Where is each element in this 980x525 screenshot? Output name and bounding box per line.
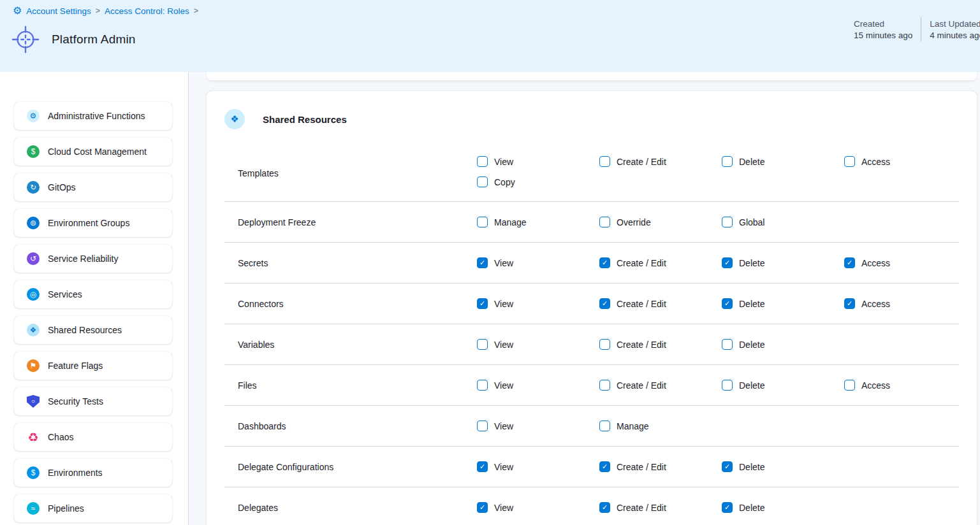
- checkbox-box: ✓: [477, 298, 488, 309]
- check-icon: ✓: [479, 463, 485, 470]
- sidebar-item-feature-flags[interactable]: ⚑ Feature Flags: [14, 352, 172, 380]
- checkbox-box: ✓: [477, 502, 488, 513]
- permission-cell: ✓ Delete: [722, 298, 844, 309]
- permission-cell: ✓ View: [477, 461, 599, 472]
- breadcrumb-link-account-settings[interactable]: Account Settings: [26, 6, 91, 16]
- checkbox-delegates-create-edit[interactable]: ✓ Create / Edit: [599, 502, 722, 513]
- shared-resources-card: ❖ Shared Resources Templates ✓ View ✓ Co…: [207, 91, 977, 525]
- checkbox-connectors-delete[interactable]: ✓ Delete: [722, 298, 844, 309]
- checkbox-box: ✓: [477, 339, 488, 350]
- checkbox-box: ✓: [599, 380, 610, 391]
- check-icon: ✓: [724, 259, 730, 266]
- permission-label: View: [494, 380, 513, 391]
- previous-section-card-bottom: [207, 72, 977, 80]
- checkbox-templates-copy[interactable]: ✓ Copy: [477, 176, 599, 187]
- resource-name: Connectors: [238, 299, 477, 309]
- service-reliability-icon: ↺: [27, 252, 40, 265]
- permission-cell: ✓ Delete: [722, 257, 844, 268]
- permission-cell: ✓ Delete: [722, 339, 844, 350]
- checkbox-box: ✓: [599, 156, 610, 167]
- checkbox-box: ✓: [844, 156, 855, 167]
- checkbox-templates-delete[interactable]: ✓ Delete: [722, 156, 844, 167]
- cloud-cost-management-icon: $: [27, 145, 40, 158]
- checkbox-box: ✓: [722, 156, 733, 167]
- checkbox-variables-create-edit[interactable]: ✓ Create / Edit: [599, 339, 722, 350]
- checkbox-files-create-edit[interactable]: ✓ Create / Edit: [599, 380, 722, 391]
- checkbox-box: ✓: [477, 217, 488, 227]
- checkbox-templates-access[interactable]: ✓ Access: [844, 156, 959, 167]
- checkbox-variables-view[interactable]: ✓ View: [477, 339, 599, 350]
- created-label: Created: [854, 19, 912, 29]
- permission-cell: ✓ View: [477, 257, 599, 268]
- checkbox-delegate-configurations-delete[interactable]: ✓ Delete: [722, 461, 844, 472]
- checkbox-delegate-configurations-create-edit[interactable]: ✓ Create / Edit: [599, 461, 722, 472]
- checkbox-connectors-create-edit[interactable]: ✓ Create / Edit: [599, 298, 722, 309]
- permission-row-delegate-configurations: Delegate Configurations ✓ View ✓ Create …: [224, 447, 959, 487]
- checkbox-delegates-view[interactable]: ✓ View: [477, 502, 599, 513]
- checkbox-deployment-freeze-global[interactable]: ✓ Global: [722, 217, 844, 227]
- checkbox-secrets-view[interactable]: ✓ View: [477, 257, 599, 268]
- checkbox-variables-delete[interactable]: ✓ Delete: [722, 339, 844, 350]
- checkbox-secrets-create-edit[interactable]: ✓ Create / Edit: [599, 257, 722, 268]
- permission-cell: ✓ View: [477, 339, 599, 350]
- checkbox-files-view[interactable]: ✓ View: [477, 380, 599, 391]
- services-icon: ◎: [27, 288, 40, 301]
- breadcrumb-separator: >: [194, 6, 198, 15]
- sidebar-item-administrative-functions[interactable]: ⚙ Administrative Functions: [14, 102, 172, 130]
- breadcrumb-link-access-control-roles[interactable]: Access Control: Roles: [105, 6, 189, 16]
- checkbox-secrets-access[interactable]: ✓ Access: [844, 257, 959, 268]
- sidebar-item-pipelines[interactable]: ≈ Pipelines: [14, 494, 172, 522]
- sidebar-item-gitops[interactable]: ↻ GitOps: [14, 173, 172, 201]
- page-header: ⚙ Account Settings > Access Control: Rol…: [0, 0, 980, 72]
- permission-label: Create / Edit: [617, 258, 666, 268]
- role-meta: Created 15 minutes ago Last Updated 4 mi…: [854, 17, 980, 41]
- permission-label: Delete: [739, 380, 764, 391]
- resource-category-sidebar: ⚙ Administrative Functions $ Cloud Cost …: [0, 72, 189, 525]
- checkbox-deployment-freeze-manage[interactable]: ✓ Manage: [477, 217, 599, 227]
- sidebar-item-cloud-cost-management[interactable]: $ Cloud Cost Management: [14, 138, 172, 166]
- sidebar-item-shared-resources[interactable]: ❖ Shared Resources: [14, 316, 172, 344]
- checkbox-connectors-access[interactable]: ✓ Access: [844, 298, 959, 309]
- breadcrumb: ⚙ Account Settings > Access Control: Rol…: [13, 6, 198, 16]
- sidebar-item-service-reliability[interactable]: ↺ Service Reliability: [14, 245, 172, 273]
- permission-cell: ✓ Create / Edit: [599, 339, 722, 350]
- checkbox-delegate-configurations-view[interactable]: ✓ View: [477, 461, 599, 472]
- permission-label: Manage: [494, 217, 527, 227]
- checkbox-box: ✓: [477, 461, 488, 472]
- checkbox-dashboards-view[interactable]: ✓ View: [477, 421, 599, 431]
- permission-cell: ✓ Access: [844, 380, 959, 391]
- permission-label: Delete: [739, 503, 764, 513]
- checkbox-files-delete[interactable]: ✓ Delete: [722, 380, 844, 391]
- shared-resources-icon: ❖: [224, 109, 245, 129]
- sidebar-item-services[interactable]: ◎ Services: [14, 280, 172, 308]
- environment-groups-icon: ⊚: [27, 217, 40, 229]
- permission-cell: ✓ Delete: [722, 380, 844, 391]
- page-title: Platform Admin: [52, 32, 136, 47]
- check-icon: ✓: [724, 463, 730, 470]
- check-icon: ✓: [602, 259, 608, 266]
- pipelines-icon: ≈: [27, 502, 40, 515]
- checkbox-connectors-view[interactable]: ✓ View: [477, 298, 599, 309]
- checkbox-files-access[interactable]: ✓ Access: [844, 380, 959, 391]
- chaos-icon: ♻: [27, 431, 40, 443]
- checkbox-templates-view[interactable]: ✓ View: [477, 156, 599, 167]
- checkbox-templates-create-edit[interactable]: ✓ Create / Edit: [599, 156, 722, 167]
- shared-resources-icon: ❖: [27, 324, 40, 336]
- checkbox-box: ✓: [477, 257, 488, 268]
- sidebar-item-environment-groups[interactable]: ⊚ Environment Groups: [14, 209, 172, 237]
- checkbox-dashboards-manage[interactable]: ✓ Manage: [599, 421, 722, 431]
- sidebar-item-security-tests[interactable]: ○ Security Tests: [14, 387, 172, 415]
- checkbox-box: ✓: [599, 421, 610, 431]
- permission-row-files: Files ✓ View ✓ Create / Edit ✓ Delete ✓ …: [224, 365, 959, 406]
- gitops-icon: ↻: [27, 181, 40, 194]
- checkbox-secrets-delete[interactable]: ✓ Delete: [722, 257, 844, 268]
- gear-icon: ⚙: [13, 6, 22, 16]
- checkbox-box: ✓: [599, 217, 610, 227]
- sidebar-item-chaos[interactable]: ♻ Chaos: [14, 423, 172, 451]
- checkbox-delegates-delete[interactable]: ✓ Delete: [722, 502, 844, 513]
- sidebar-item-environments[interactable]: $ Environments: [14, 459, 172, 487]
- checkbox-deployment-freeze-override[interactable]: ✓ Override: [599, 217, 722, 227]
- permission-cell: ✓ Create / Edit: [599, 257, 722, 268]
- feature-flags-icon: ⚑: [27, 359, 40, 372]
- checkbox-box: ✓: [599, 461, 610, 472]
